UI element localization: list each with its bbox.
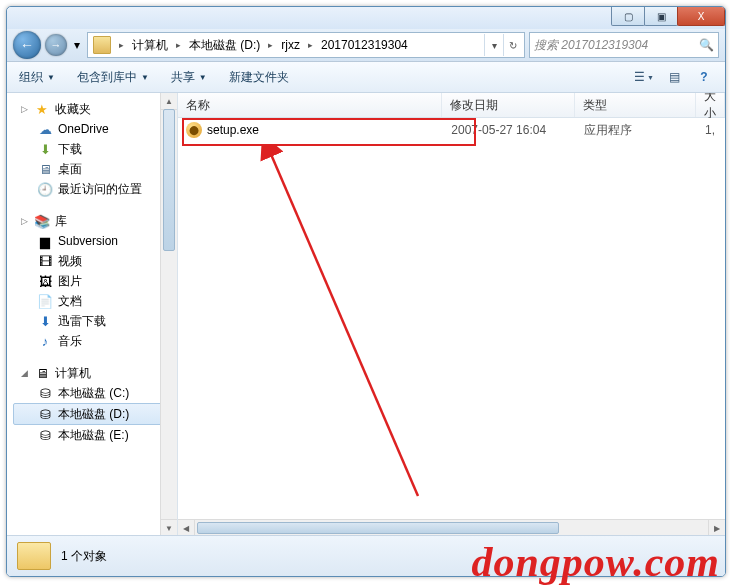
sidebar-item-onedrive[interactable]: ☁OneDrive [13,119,163,139]
recent-icon: 🕘 [37,181,53,197]
file-type: 应用程序 [576,122,697,139]
breadcrumb-dropdown[interactable]: ▾ [484,34,503,56]
sidebar-item-subversion[interactable]: ▆Subversion [13,231,163,251]
preview-pane-button[interactable]: ▤ [661,65,687,89]
sidebar-drive-d[interactable]: ⛁本地磁盘 (D:) [13,403,163,425]
sidebar-label: 本地磁盘 (C:) [58,385,129,402]
desktop-icon: 🖥 [37,161,53,177]
address-bar-row: ← → ▾ ▸ 计算机 ▸ 本地磁盘 (D:) ▸ rjxz ▸ 2017012… [7,29,725,62]
library-icon: 📚 [34,213,50,229]
scroll-right-arrow-icon[interactable]: ▶ [708,520,725,536]
maximize-button[interactable]: ▣ [644,7,678,26]
sidebar-label: OneDrive [58,122,109,136]
scroll-down-arrow-icon[interactable]: ▼ [161,519,177,536]
computer-icon: 🖥 [34,365,50,381]
sidebar-label: 收藏夹 [55,101,91,118]
column-header-name[interactable]: 名称 [178,93,442,117]
sidebar-scrollbar[interactable]: ▲ ▼ [160,93,177,536]
breadcrumb-item[interactable]: 本地磁盘 (D:) [186,37,263,54]
column-header-date[interactable]: 修改日期 [442,93,575,117]
back-button[interactable]: ← [13,31,41,59]
video-icon: 🎞 [37,253,53,269]
column-header-type[interactable]: 类型 [575,93,696,117]
sidebar-label: 库 [55,213,67,230]
sidebar-drive-e[interactable]: ⛁本地磁盘 (E:) [13,425,163,445]
sidebar-libraries[interactable]: ▷ 📚 库 [13,211,163,231]
search-icon: 🔍 [699,38,714,52]
music-icon: ♪ [37,333,53,349]
sidebar-label: 音乐 [58,333,82,350]
sidebar-label: 最近访问的位置 [58,181,142,198]
breadcrumb-item[interactable]: 2017012319304 [318,38,411,52]
file-size: 1, [697,123,725,137]
download-icon: ⬇ [37,313,53,329]
nav-history-dropdown[interactable]: ▾ [71,38,83,52]
minimize-button[interactable]: ▢ [611,7,645,26]
status-text: 1 个对象 [61,548,107,565]
sidebar-item-xunlei[interactable]: ⬇迅雷下载 [13,311,163,331]
sidebar-item-desktop[interactable]: 🖥桌面 [13,159,163,179]
chevron-right-icon[interactable]: ▸ [263,40,278,50]
help-button[interactable]: ? [691,65,717,89]
scrollbar-thumb[interactable] [163,109,175,251]
picture-icon: 🖼 [37,273,53,289]
chevron-right-icon[interactable]: ▸ [114,40,129,50]
sidebar-item-videos[interactable]: 🎞视频 [13,251,163,271]
document-icon: 📄 [37,293,53,309]
scroll-up-arrow-icon[interactable]: ▲ [161,93,177,110]
breadcrumb-item[interactable]: rjxz [278,38,303,52]
sidebar-item-documents[interactable]: 📄文档 [13,291,163,311]
expand-icon[interactable]: ▷ [19,216,29,226]
drive-icon: ⛁ [37,427,53,443]
sidebar-label: 文档 [58,293,82,310]
breadcrumb-item[interactable]: 计算机 [129,37,171,54]
titlebar: ▢ ▣ X [7,7,725,29]
sidebar-favorites[interactable]: ▷ ★ 收藏夹 [13,99,163,119]
toolbar: 组织▼ 包含到库中▼ 共享▼ 新建文件夹 ☰▼ ▤ ? [7,62,725,93]
drive-icon: ⛁ [37,406,53,422]
share-menu[interactable]: 共享▼ [167,67,211,88]
sidebar-label: Subversion [58,234,118,248]
sidebar-label: 下载 [58,141,82,158]
explorer-window: ▢ ▣ X ← → ▾ ▸ 计算机 ▸ 本地磁盘 (D:) ▸ rjxz ▸ 2… [6,6,726,577]
search-input[interactable]: 搜索 2017012319304 🔍 [529,32,719,58]
sidebar-item-pictures[interactable]: 🖼图片 [13,271,163,291]
column-header-size[interactable]: 大小 [696,93,725,117]
scroll-left-arrow-icon[interactable]: ◀ [178,520,195,536]
expand-icon[interactable]: ▷ [19,104,29,114]
sidebar-item-downloads[interactable]: ⬇下载 [13,139,163,159]
view-options-button[interactable]: ☰▼ [631,65,657,89]
scrollbar-thumb[interactable] [197,522,559,534]
chevron-right-icon[interactable]: ▸ [171,40,186,50]
sidebar-item-music[interactable]: ♪音乐 [13,331,163,351]
forward-button[interactable]: → [45,34,67,56]
sidebar-drive-c[interactable]: ⛁本地磁盘 (C:) [13,383,163,403]
expand-icon[interactable]: ◢ [19,368,29,378]
drive-icon: ⛁ [37,385,53,401]
sidebar-label: 本地磁盘 (E:) [58,427,129,444]
file-list[interactable]: ⬤setup.exe 2007-05-27 16:04 应用程序 1, ◀ ▶ [178,118,725,536]
folder-icon [17,542,51,570]
status-bar: 1 个对象 [7,535,725,576]
svg-line-0 [270,152,418,496]
breadcrumb[interactable]: ▸ 计算机 ▸ 本地磁盘 (D:) ▸ rjxz ▸ 2017012319304… [87,32,525,58]
new-folder-button[interactable]: 新建文件夹 [225,67,293,88]
file-list-pane: 名称 修改日期 类型 大小 ⬤setup.exe 2007-05-27 16:0… [178,93,725,536]
include-in-library-menu[interactable]: 包含到库中▼ [73,67,153,88]
column-headers: 名称 修改日期 类型 大小 [178,93,725,118]
sidebar-label: 图片 [58,273,82,290]
sidebar-label: 本地磁盘 (D:) [58,406,129,423]
sidebar-computer[interactable]: ◢ 🖥 计算机 [13,363,163,383]
annotation-highlight-box [182,118,476,146]
sidebar: ▷ ★ 收藏夹 ☁OneDrive ⬇下载 🖥桌面 🕘最近访问的位置 ▷ 📚 库 [7,93,178,536]
horizontal-scrollbar[interactable]: ◀ ▶ [178,519,725,536]
sidebar-label: 桌面 [58,161,82,178]
subversion-icon: ▆ [37,233,53,249]
organize-menu[interactable]: 组织▼ [15,67,59,88]
refresh-button[interactable]: ↻ [503,34,522,56]
chevron-right-icon[interactable]: ▸ [303,40,318,50]
sidebar-item-recent[interactable]: 🕘最近访问的位置 [13,179,163,199]
search-placeholder: 搜索 2017012319304 [534,37,648,54]
annotation-arrow [258,146,458,516]
close-button[interactable]: X [677,7,725,26]
